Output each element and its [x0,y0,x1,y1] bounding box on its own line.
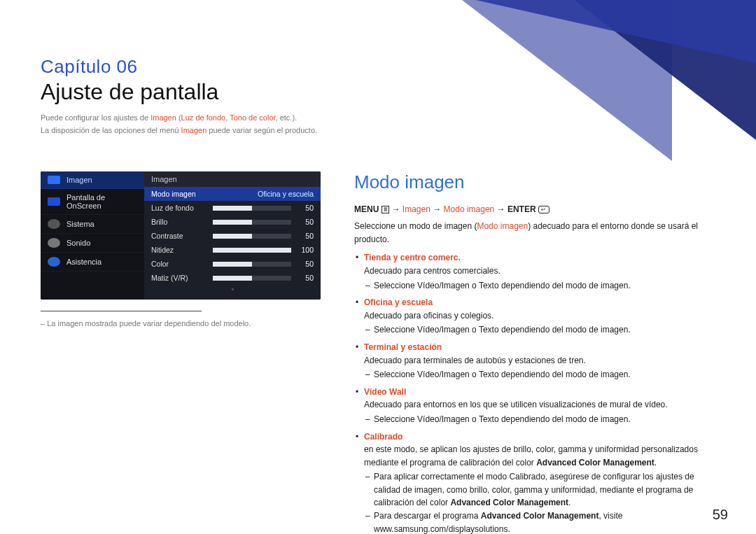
mode-item: Tienda y centro comerc. Adecuado para ce… [354,251,715,292]
t: Vídeo/Imagen [417,325,470,335]
osd-sidebar-label: Sistema [66,220,94,228]
osd-row-brillo: Brillo 50 [144,215,321,229]
mode-item: Vídeo Wall Adecuado para entornos en los… [354,386,715,426]
page-content: Capítulo 06 Ajuste de pantalla Puede con… [41,56,715,513]
osd-row-nitidez: Nitidez 100 [144,243,321,257]
mode-body: Adecuado para entornos en los que se uti… [364,400,668,409]
mode-body: Adecuado para oficinas y colegios. [364,311,493,321]
mode-item: Oficina y escuela Adecuado para oficinas… [354,296,715,337]
osd-slider [213,276,291,281]
intro-text: Puede configurar los ajustes de [41,113,150,122]
intro-highlight: Luz de fondo [181,113,226,122]
t: dependiendo del modo de imagen. [499,414,631,424]
osd-panel: Imagen Modo imagen Oficina y escuela Luz… [144,171,321,300]
osd-slider [213,262,291,267]
osd-panel-header: Imagen [144,171,321,187]
desc-highlight: Modo imagen [477,221,528,231]
menu-button-icon: Ⅲ [382,206,390,213]
mode-subitem: Seleccione Vídeo/Imagen o Texto dependie… [364,279,715,293]
t: o [470,325,479,335]
osd-row-label: Contraste [151,232,207,240]
t: Texto [479,370,499,379]
intro-text: , etc.). [276,113,298,122]
section-title: Modo imagen [354,171,715,193]
osd-row-label: Nitidez [151,246,207,254]
osd-sidebar-label: Pantalla de OnScreen [66,193,137,210]
t: o [470,281,479,290]
osd-row-label: Matiz (V/R) [151,274,207,282]
t: Seleccione [374,325,417,335]
chapter-number: Capítulo 06 [41,56,715,78]
osd-slider [213,248,291,253]
mode-name: Oficina y escuela [364,297,433,307]
intro-highlight: Imagen [181,126,207,134]
t: o [470,370,479,379]
mode-list: Tienda y centro comerc. Adecuado para ce… [354,251,715,534]
osd-sidebar-item-asistencia: Asistencia [41,253,144,272]
t: Texto [479,414,499,424]
mode-body: Adecuado para terminales de autobús y es… [364,356,586,365]
mode-item: Terminal y estación Adecuado para termin… [354,341,715,381]
osd-sidebar-item-imagen: Imagen [41,171,144,189]
t: o [470,414,479,424]
display-icon [48,176,60,184]
arrow: → [389,204,402,214]
mode-subitem: Seleccione Vídeo/Imagen o Texto dependie… [364,368,715,381]
osd-sidebar-item-onscreen: Pantalla de OnScreen [41,189,144,215]
osd-row-label: Color [151,260,207,268]
osd-row-value: 50 [297,204,314,212]
osd-row-label: Brillo [151,218,207,226]
osd-row-modo-imagen: Modo imagen Oficina y escuela [144,187,321,201]
menu-label: MENU [354,204,382,214]
osd-row-luz-de-fondo: Luz de fondo 50 [144,201,321,215]
mode-name: Vídeo Wall [364,387,406,397]
arrow: → [430,204,444,214]
osd-sidebar-label: Imagen [66,176,92,184]
t: Seleccione [374,281,417,290]
intro-highlight: Tono de color [230,113,275,122]
t: Vídeo/Imagen [417,370,470,379]
t: Texto [479,281,499,290]
mode-name: Calibrado [364,432,402,442]
osd-slider [213,206,291,211]
chapter-intro: Puede configurar los ajustes de Imagen (… [41,112,715,136]
t: Seleccione [374,370,417,379]
arrow: → [494,204,507,214]
figure-caption: – La imagen mostrada puede variar depend… [41,318,321,329]
gear-icon [48,219,60,229]
osd-row-value: 100 [297,246,314,254]
t: Para aplicar correctamente el modo [374,472,509,482]
osd-row-label: Modo imagen [151,190,207,198]
mode-body-bold: Advanced Color Management [536,458,654,468]
t: . [568,498,570,507]
path-segment: Modo imagen [444,204,495,214]
chapter-title: Ajuste de pantalla [41,79,715,105]
intro-text: puede variar según el producto. [206,126,317,134]
mode-subitem: Para descargar el programa Advanced Colo… [364,510,715,534]
t: Advanced Color Management [450,498,568,507]
section-description: Seleccione un modo de imagen (Modo image… [354,220,715,246]
screen-icon [48,197,60,206]
t: dependiendo del modo de imagen. [499,370,631,379]
mode-body: Adecuado para centros comerciales. [364,266,500,276]
mode-subitem: Seleccione Vídeo/Imagen o Texto dependie… [364,413,715,426]
osd-slider [213,234,291,239]
page-number: 59 [713,507,728,523]
osd-row-matiz: Matiz (V/R) 50 [144,271,321,285]
osd-row-value: 50 [297,218,314,226]
intro-highlight: Imagen [150,113,176,122]
osd-slider [213,220,291,225]
osd-scroll-down-icon: ˅ [144,285,321,300]
t: Advanced Color Management [481,511,599,521]
osd-row-value: Oficina y escuela [258,190,314,198]
intro-text: ( [176,113,181,122]
desc-text: Seleccione un modo de imagen ( [354,221,477,231]
divider [41,311,202,311]
osd-menu-mock: Imagen Pantalla de OnScreen Sistema Soni… [41,171,321,300]
osd-row-label: Luz de fondo [151,204,207,212]
t: Vídeo/Imagen [417,414,470,424]
menu-path: MENU Ⅲ → Imagen → Modo imagen → ENTER [354,204,715,214]
osd-sidebar-label: Asistencia [66,258,102,266]
t: Calibrado [509,472,545,482]
path-segment: Imagen [402,204,430,214]
